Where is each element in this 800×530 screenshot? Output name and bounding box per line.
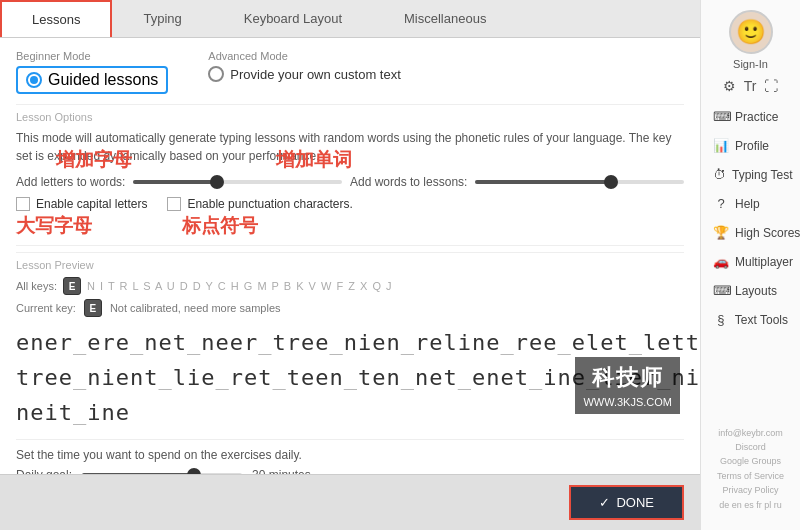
capital-letters-label: Enable capital letters	[36, 197, 147, 211]
nav-help-label: Help	[735, 197, 760, 211]
avatar: 🙂	[729, 10, 773, 54]
annotation-increase-words: 增加单词	[276, 147, 352, 173]
nav-practice[interactable]: ⌨ Practice	[701, 102, 800, 131]
nav-layouts[interactable]: ⌨ Layouts	[701, 276, 800, 305]
fullscreen-icon[interactable]: ⛶	[764, 78, 778, 94]
tab-keyboard-layout[interactable]: Keyboard Layout	[213, 0, 373, 37]
nav-help[interactable]: ? Help	[701, 189, 800, 218]
all-keys-row: All keys: E N I T R L S A U D D Y C H G …	[16, 277, 684, 295]
layouts-icon: ⌨	[713, 283, 729, 298]
custom-text-option[interactable]: Provide your own custom text	[208, 66, 401, 82]
footer-email[interactable]: info@keybr.com	[717, 426, 784, 440]
current-key-row: Current key: E Not calibrated, need more…	[16, 299, 684, 317]
checkbox-row: Enable capital letters Enable punctuatio…	[16, 197, 684, 211]
watermark-line1: 科技师	[583, 361, 672, 394]
capital-letters-checkbox[interactable]	[16, 197, 30, 211]
mode-selection: Beginner Mode Guided lessons Advanced Mo…	[16, 50, 684, 94]
punctuation-label: Enable punctuation characters.	[187, 197, 352, 211]
nav-practice-label: Practice	[735, 110, 778, 124]
avatar-area: 🙂 Sign-In	[729, 10, 773, 70]
nav-multiplayer[interactable]: 🚗 Multiplayer	[701, 247, 800, 276]
nav-high-scores-label: High Scores	[735, 226, 800, 240]
daily-goal-thumb[interactable]	[187, 468, 201, 474]
capital-letters-checkbox-item[interactable]: Enable capital letters	[16, 197, 147, 211]
advanced-mode-label: Advanced Mode	[208, 50, 401, 62]
sidebar-tools: ⚙ Tr ⛶	[723, 78, 779, 94]
nav-layouts-label: Layouts	[735, 284, 777, 298]
current-key-badge: E	[84, 299, 102, 317]
watermark: 科技师 WWW.3KJS.COM	[575, 357, 680, 415]
other-keys: N I T R L S A U D D Y C H G M P B K V W …	[87, 280, 393, 292]
daily-goal-label: Daily goal:	[16, 468, 72, 474]
annotation-increase-letters: 增加字母	[56, 147, 132, 173]
main-content: Beginner Mode Guided lessons Advanced Mo…	[0, 38, 700, 474]
daily-goal-track	[82, 473, 242, 474]
all-keys-label: All keys:	[16, 280, 57, 292]
footer-discord[interactable]: Discord	[717, 440, 784, 454]
nav-text-tools[interactable]: § Text Tools	[701, 305, 800, 334]
guided-lessons-label: Guided lessons	[48, 71, 158, 89]
current-key-label: Current key:	[16, 302, 76, 314]
nav-high-scores[interactable]: 🏆 High Scores	[701, 218, 800, 247]
daily-goal-fill	[82, 473, 194, 474]
annotation-punctuation: 标点符号	[182, 213, 258, 239]
profile-icon: 📊	[713, 138, 729, 153]
done-icon: ✓	[599, 495, 610, 510]
annotation-capital: 大写字母	[16, 213, 92, 239]
add-words-label: Add words to lessons:	[350, 175, 467, 189]
add-letters-fill	[133, 180, 216, 184]
nav-profile[interactable]: 📊 Profile	[701, 131, 800, 160]
text-tools-icon: §	[713, 312, 729, 327]
beginner-mode-section: Beginner Mode Guided lessons	[16, 50, 168, 94]
practice-icon: ⌨	[713, 109, 729, 124]
nav-typing-test-label: Typing Test	[732, 168, 792, 182]
add-words-fill	[475, 180, 611, 184]
daily-goal-slider-row: Daily goal: 30 minutes	[16, 468, 684, 474]
punctuation-checkbox[interactable]	[167, 197, 181, 211]
high-scores-icon: 🏆	[713, 225, 729, 240]
sidebar-footer: info@keybr.com Discord Google Groups Ter…	[709, 418, 792, 520]
daily-goal-value: 30 minutes	[252, 468, 311, 474]
multiplayer-icon: 🚗	[713, 254, 729, 269]
beginner-mode-label: Beginner Mode	[16, 50, 168, 62]
daily-goal-description: Set the time you want to spend on the ex…	[16, 448, 684, 462]
lesson-preview-title: Lesson Preview	[16, 252, 684, 271]
punctuation-checkbox-item[interactable]: Enable punctuation characters.	[167, 197, 352, 211]
advanced-mode-section: Advanced Mode Provide your own custom te…	[208, 50, 401, 94]
add-letters-thumb[interactable]	[210, 175, 224, 189]
done-button[interactable]: ✓ DONE	[569, 485, 684, 520]
footer-languages: de en es fr pl ru	[717, 498, 784, 512]
tab-lessons[interactable]: Lessons	[0, 0, 112, 37]
footer-tos[interactable]: Terms of Service	[717, 469, 784, 483]
help-icon: ?	[713, 196, 729, 211]
current-key-status: Not calibrated, need more samples	[110, 302, 281, 314]
tabs-bar: Lessons Typing Keyboard Layout Miscellan…	[0, 0, 700, 38]
custom-text-label: Provide your own custom text	[230, 67, 401, 82]
nav-typing-test[interactable]: ⏱ Typing Test	[701, 160, 800, 189]
footer-google-groups[interactable]: Google Groups	[717, 454, 784, 468]
nav-multiplayer-label: Multiplayer	[735, 255, 793, 269]
sidebar-nav: ⌨ Practice 📊 Profile ⏱ Typing Test ? Hel…	[701, 102, 800, 334]
add-letters-track	[133, 180, 342, 184]
sign-in-label: Sign-In	[733, 58, 768, 70]
custom-text-radio[interactable]	[208, 66, 224, 82]
guided-lessons-radio[interactable]	[26, 72, 42, 88]
settings-icon[interactable]: ⚙	[723, 78, 736, 94]
add-letters-slider-row: Add letters to words: Add words to lesso…	[16, 175, 684, 189]
watermark-line2: WWW.3KJS.COM	[583, 394, 672, 411]
tab-typing[interactable]: Typing	[112, 0, 212, 37]
typing-test-icon: ⏱	[713, 167, 726, 182]
nav-text-tools-label: Text Tools	[735, 313, 788, 327]
sidebar: 🙂 Sign-In ⚙ Tr ⛶ ⌨ Practice 📊 Profile ⏱ …	[700, 0, 800, 530]
add-words-thumb[interactable]	[604, 175, 618, 189]
add-letters-label: Add letters to words:	[16, 175, 125, 189]
tab-miscellaneous[interactable]: Miscellaneous	[373, 0, 517, 37]
daily-goal-section: Set the time you want to spend on the ex…	[16, 439, 684, 474]
highlighted-key-E: E	[63, 277, 81, 295]
nav-profile-label: Profile	[735, 139, 769, 153]
guided-lessons-option[interactable]: Guided lessons	[16, 66, 168, 94]
add-words-track	[475, 180, 684, 184]
footer-privacy[interactable]: Privacy Policy	[717, 483, 784, 497]
text-size-icon[interactable]: Tr	[744, 78, 757, 94]
lesson-options-title: Lesson Options	[16, 104, 684, 123]
